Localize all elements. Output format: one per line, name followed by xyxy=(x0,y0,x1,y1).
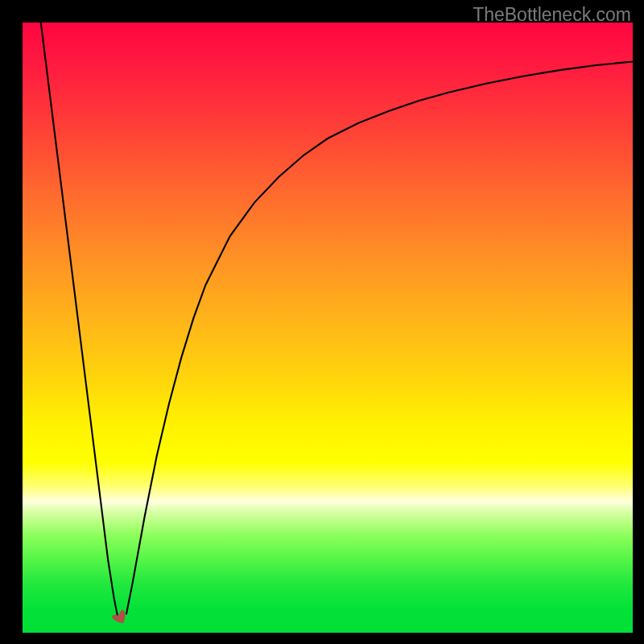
plot-area xyxy=(23,23,633,633)
curve-left-branch xyxy=(41,23,118,617)
curve-layer xyxy=(23,23,633,633)
chart-container: TheBottleneck.com xyxy=(0,0,644,644)
curve-right-branch xyxy=(126,62,633,615)
